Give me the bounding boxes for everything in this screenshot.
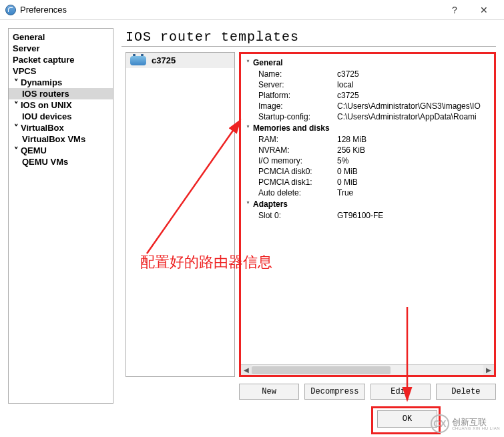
chevron-down-icon: ˅ xyxy=(246,201,253,208)
detail-key: Server: xyxy=(258,80,337,89)
sidebar-item-general[interactable]: General xyxy=(9,31,113,43)
detail-key: Slot 0: xyxy=(258,211,337,220)
scroll-right-icon[interactable]: ▶ xyxy=(483,365,494,375)
detail-value: 256 KiB xyxy=(337,145,489,155)
watermark: CX 创新互联 CHUANG XIN HU LIAN xyxy=(431,414,500,433)
detail-row: Slot 0:GT96100-FE xyxy=(246,210,489,221)
sidebar-item-ios-on-unix[interactable]: ˅IOS on UNIX xyxy=(9,99,113,111)
detail-row: Auto delete:True xyxy=(246,187,489,198)
sidebar-item-label: QEMU VMs xyxy=(22,157,68,167)
detail-value: C:\Users\Administrator\AppData\Roami xyxy=(337,112,489,121)
section-title: Memories and disks xyxy=(253,123,330,133)
sidebar-item-virtualbox[interactable]: ˅VirtualBox xyxy=(9,122,113,133)
detail-key: Auto delete: xyxy=(258,188,337,197)
detail-value: c3725 xyxy=(337,69,489,79)
app-icon xyxy=(5,5,16,15)
detail-value: GT96100-FE xyxy=(337,211,489,220)
detail-key: PCMCIA disk1: xyxy=(258,177,337,187)
detail-value: local xyxy=(337,80,489,89)
detail-key: Image: xyxy=(258,101,337,111)
detail-row: RAM:128 MiB xyxy=(246,134,489,145)
detail-section-general[interactable]: ˅General xyxy=(246,57,489,69)
template-actions: New Decompress Edit Delete xyxy=(239,384,496,400)
detail-key: RAM: xyxy=(258,135,337,144)
detail-row: Name:c3725 xyxy=(246,69,489,79)
detail-section-memories[interactable]: ˅Memories and disks xyxy=(246,122,489,134)
new-button[interactable]: New xyxy=(239,384,299,400)
detail-key: Name: xyxy=(258,69,337,79)
sidebar-item-vpcs[interactable]: VPCS xyxy=(9,65,113,77)
sidebar-item-label: General xyxy=(13,32,45,42)
template-list-item[interactable]: c3725 xyxy=(126,53,234,68)
detail-row: Server:local xyxy=(246,79,489,90)
sidebar-item-label: VirtualBox xyxy=(21,123,64,133)
detail-key: Startup-config: xyxy=(258,112,337,121)
sidebar-item-qemu-vms[interactable]: QEMU VMs xyxy=(9,156,113,167)
detail-value: 0 MiB xyxy=(337,177,489,187)
detail-key: NVRAM: xyxy=(258,145,337,155)
template-name: c3725 xyxy=(152,55,176,65)
detail-row: PCMCIA disk0:0 MiB xyxy=(246,166,489,177)
sidebar-item-label: Packet capture xyxy=(13,55,75,65)
detail-section-adapters[interactable]: ˅Adapters xyxy=(246,198,489,210)
scroll-left-icon[interactable]: ◀ xyxy=(241,365,252,375)
section-title: General xyxy=(253,58,283,67)
sidebar-item-label: VirtualBox VMs xyxy=(22,134,85,144)
template-detail-pane: ˅General Name:c3725 Server:local Platfor… xyxy=(239,52,496,377)
help-button[interactable]: ? xyxy=(440,0,469,20)
detail-row: NVRAM:256 KiB xyxy=(246,145,489,155)
sidebar-item-label: IOS routers xyxy=(22,89,69,99)
window-title: Preferences xyxy=(20,5,440,15)
content-area: IOS router templates c3725 ˅General Name… xyxy=(121,28,496,404)
close-button[interactable]: ✕ xyxy=(469,0,499,20)
page-title: IOS router templates xyxy=(121,28,496,47)
detail-value: 0 MiB xyxy=(337,167,489,176)
decompress-button[interactable]: Decompress xyxy=(304,384,364,400)
template-list: c3725 xyxy=(125,52,235,377)
watermark-logo: CX xyxy=(431,414,449,433)
sidebar-item-ios-routers[interactable]: IOS routers xyxy=(9,88,113,99)
detail-key: I/O memory: xyxy=(258,156,337,165)
section-title: Adapters xyxy=(253,199,288,209)
sidebar-item-iou-devices[interactable]: IOU devices xyxy=(9,111,113,122)
detail-row: Image:C:\Users\Administrator\GNS3\images… xyxy=(246,101,489,111)
dialog-footer: OK xyxy=(0,408,504,430)
detail-row: Startup-config:C:\Users\Administrator\Ap… xyxy=(246,111,489,122)
sidebar-item-packet-capture[interactable]: Packet capture xyxy=(9,54,113,65)
chevron-down-icon: ˅ xyxy=(13,145,19,155)
chevron-down-icon: ˅ xyxy=(13,100,19,110)
watermark-brand: 创新互联 xyxy=(452,418,500,426)
sidebar-item-label: QEMU xyxy=(21,145,47,155)
sidebar-item-label: IOS on UNIX xyxy=(21,100,72,110)
sidebar-item-virtualbox-vms[interactable]: VirtualBox VMs xyxy=(9,133,113,145)
ok-button[interactable]: OK xyxy=(377,410,437,428)
sidebar-item-qemu[interactable]: ˅QEMU xyxy=(9,145,113,156)
detail-value: C:\Users\Administrator\GNS3\images\IO xyxy=(337,101,489,111)
titlebar: Preferences ? ✕ xyxy=(0,0,504,20)
scroll-thumb[interactable] xyxy=(252,366,391,374)
scroll-track[interactable] xyxy=(252,365,483,375)
sidebar-item-label: Dynamips xyxy=(21,77,62,87)
sidebar-item-server[interactable]: Server xyxy=(9,43,113,54)
router-icon xyxy=(130,56,146,65)
main-area: General Server Packet capture VPCS ˅Dyna… xyxy=(0,20,504,437)
detail-row: Platform:c3725 xyxy=(246,90,489,101)
chevron-down-icon: ˅ xyxy=(246,59,253,67)
sidebar-item-dynamips[interactable]: ˅Dynamips xyxy=(9,77,113,88)
detail-value: c3725 xyxy=(337,91,489,100)
detail-value: 128 MiB xyxy=(337,135,489,144)
watermark-pinyin: CHUANG XIN HU LIAN xyxy=(452,426,500,430)
detail-key: PCMCIA disk0: xyxy=(258,167,337,176)
sidebar-item-label: Server xyxy=(13,43,39,53)
sidebar-item-label: IOU devices xyxy=(22,111,71,121)
chevron-down-icon: ˅ xyxy=(13,123,19,133)
detail-row: I/O memory:5% xyxy=(246,155,489,166)
chevron-down-icon: ˅ xyxy=(13,77,19,87)
edit-button[interactable]: Edit xyxy=(370,384,431,400)
preferences-sidebar: General Server Packet capture VPCS ˅Dyna… xyxy=(8,28,113,404)
detail-value: 5% xyxy=(337,156,489,165)
chevron-down-icon: ˅ xyxy=(246,125,253,132)
delete-button[interactable]: Delete xyxy=(436,384,496,400)
detail-row: PCMCIA disk1:0 MiB xyxy=(246,177,489,187)
horizontal-scrollbar[interactable]: ◀ ▶ xyxy=(241,364,494,375)
